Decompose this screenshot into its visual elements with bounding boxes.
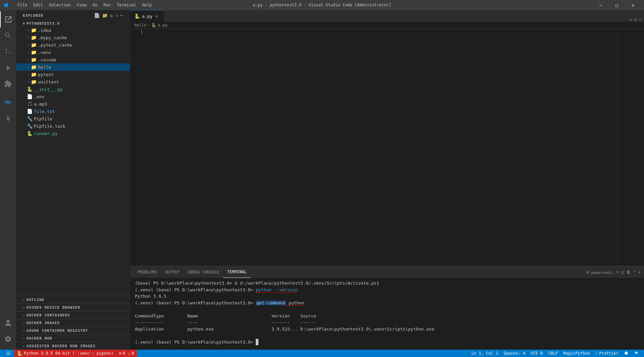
- tree-item--vscode[interactable]: › 📁 .vscode: [16, 56, 130, 63]
- menu-file[interactable]: File: [15, 1, 30, 9]
- folder-arrow-icon: ›: [26, 80, 31, 84]
- editor-content[interactable]: 1: [130, 29, 644, 266]
- refresh-explorer-icon[interactable]: ↻: [110, 13, 113, 18]
- new-folder-icon[interactable]: 📁: [102, 13, 108, 18]
- panel-arrow-icon-suggested-docker: ›: [23, 344, 25, 348]
- menu-terminal[interactable]: Terminal: [114, 1, 139, 9]
- tree-item-unittest[interactable]: › 📁 unittest: [16, 78, 130, 85]
- delete-terminal-icon[interactable]: 🗑: [627, 270, 631, 275]
- menu-selection[interactable]: Selection: [46, 1, 73, 9]
- panel-header-outline[interactable]: › OUTLINE: [16, 296, 130, 303]
- sidebar: Explorer 📄 📁 ↻ ⇧ ⋯ ▼ PYTHONTEST3.9 › 📁 .…: [16, 10, 130, 350]
- panel-header-suggested-docker[interactable]: › SUGGESTED DOCKER HUB IMAGES: [16, 342, 130, 350]
- status-encoding[interactable]: UTF-8: [528, 350, 545, 357]
- panel-label-docker-images: DOCKER IMAGES: [27, 321, 60, 325]
- folder-name: .pytest_cache: [38, 43, 72, 48]
- tab-terminal[interactable]: TERMINAL: [223, 266, 251, 278]
- activity-debug[interactable]: [0, 60, 16, 76]
- status-remote[interactable]: [3, 350, 14, 357]
- tree-item--env[interactable]: 📄 .env: [16, 93, 130, 100]
- terminal-content[interactable]: (base) PS D:\workPlace\pythontest3.9> & …: [130, 278, 644, 350]
- tab-debug-console[interactable]: DEBUG CONSOLE: [184, 266, 223, 278]
- term-prompt-cursor[interactable]: (.venv) (base) PS D:\workPlace\pythontes…: [135, 339, 639, 346]
- more-editor-actions-icon[interactable]: ⋯: [639, 17, 641, 22]
- folder-arrow-icon: ›: [26, 43, 31, 47]
- breadcrumb-file[interactable]: a.py: [158, 23, 167, 27]
- panel-header-azure-container[interactable]: › AZURE CONTAINER REGISTRY: [16, 327, 130, 334]
- file-name: file.txt: [34, 109, 55, 114]
- warning-icon: △: [128, 351, 130, 356]
- term-table-row: Application python.exe 3.9.515... D:\wor…: [135, 326, 639, 333]
- activity-testing[interactable]: [0, 111, 16, 127]
- folder-name: .idea: [38, 28, 51, 33]
- activity-account[interactable]: [0, 315, 16, 331]
- tree-item-Pipfile[interactable]: 🔧 Pipfile: [16, 115, 130, 122]
- tree-item-hello[interactable]: › 📁 hello: [16, 63, 130, 71]
- new-file-icon[interactable]: 📄: [94, 13, 100, 18]
- editor-terminal-area: 🐍 a.py ✕ ▷ ◫ ⋯ hello › 🐍 a.py: [130, 10, 644, 350]
- activity-explorer[interactable]: [0, 11, 16, 27]
- breadcrumb-folder[interactable]: hello: [134, 23, 146, 27]
- sidebar-header: Explorer 📄 📁 ↻ ⇧ ⋯: [16, 10, 130, 21]
- term-get-command: get-command: [256, 300, 286, 305]
- editor-tabs: 🐍 a.py ✕ ▷ ◫ ⋯: [130, 10, 644, 22]
- status-python-version[interactable]: 🐍 Python 3.9.5 64-bit ('.venv': pipenv): [14, 350, 116, 357]
- status-broadcast[interactable]: [631, 350, 641, 357]
- close-terminal-icon[interactable]: ✕: [638, 270, 641, 275]
- close-button[interactable]: ✕: [625, 0, 641, 10]
- panel-label-suggested-docker: SUGGESTED DOCKER HUB IMAGES: [27, 344, 96, 348]
- add-terminal-icon[interactable]: +: [616, 270, 618, 275]
- folder-arrow-icon: ›: [26, 36, 31, 40]
- sidebar-title: Explorer: [23, 13, 43, 18]
- activity-extensions[interactable]: [0, 76, 16, 92]
- tab-problems[interactable]: PROBLEMS: [134, 266, 161, 278]
- activity-source-control[interactable]: [0, 44, 16, 60]
- status-errors[interactable]: ⊗ 0 △ 0: [116, 350, 137, 357]
- status-line-col[interactable]: Ln 1, Col 1: [469, 350, 501, 357]
- panel-header-ev3dev[interactable]: › EV3DEV DEVICE BROWSER: [16, 304, 130, 311]
- status-spaces[interactable]: Spaces: 4: [501, 350, 528, 357]
- tree-item-file-txt[interactable]: 📄 file.txt: [16, 108, 130, 115]
- tab-output[interactable]: OUTPUT: [161, 266, 184, 278]
- activity-docker[interactable]: [0, 95, 16, 111]
- status-notifications[interactable]: [621, 350, 631, 357]
- panel-header-docker-images[interactable]: › DOCKER IMAGES: [16, 319, 130, 326]
- panel-header-docker-hub[interactable]: › DOCKER HUB: [16, 335, 130, 342]
- tree-item--mypy-cache[interactable]: › 📁 .mypy_cache: [16, 34, 130, 41]
- tree-item---init---py[interactable]: 🐍 __init__.py: [16, 85, 130, 93]
- tree-item--pytest-cache[interactable]: › 📁 .pytest_cache: [16, 41, 130, 49]
- status-prettier[interactable]: ✓ Prettier: [593, 350, 621, 357]
- tab-close-button[interactable]: ✕: [155, 13, 158, 19]
- menu-run[interactable]: Run: [101, 1, 113, 9]
- menu-help[interactable]: Help: [140, 1, 155, 9]
- tree-item--venv[interactable]: › 📁 .venv: [16, 49, 130, 56]
- tree-item-pytest[interactable]: › 📁 pytest: [16, 71, 130, 78]
- status-line-ending[interactable]: CRLF: [546, 350, 561, 357]
- file-icon: 🔧: [27, 123, 33, 129]
- activity-settings[interactable]: [0, 331, 16, 347]
- tree-item-Pipfile-lock[interactable]: 🔧 Pipfile.lock: [16, 122, 130, 130]
- minimize-button[interactable]: −: [593, 0, 608, 10]
- restore-button[interactable]: ◻: [609, 0, 625, 10]
- split-editor-icon[interactable]: ◫: [635, 17, 637, 22]
- more-actions-icon[interactable]: ⋯: [120, 13, 123, 18]
- code-area[interactable]: [147, 29, 617, 266]
- menu-view[interactable]: View: [74, 1, 89, 9]
- menu-edit[interactable]: Edit: [31, 1, 46, 9]
- tree-root[interactable]: ▼ PYTHONTEST3.9: [16, 21, 130, 26]
- status-language[interactable]: MagicPython: [560, 350, 592, 357]
- file-icon: 🔧: [27, 116, 33, 121]
- tree-item--idea[interactable]: › 📁 .idea: [16, 26, 130, 34]
- run-button[interactable]: ▷: [630, 17, 632, 22]
- activity-search[interactable]: [0, 27, 16, 44]
- tab-a-py[interactable]: 🐍 a.py ✕: [130, 10, 164, 22]
- tree-item-runner-py[interactable]: 🐍 runner.py: [16, 130, 130, 137]
- panel-label-docker-hub: DOCKER HUB: [27, 336, 52, 341]
- menu-go[interactable]: Go: [90, 1, 100, 9]
- maximize-terminal-icon[interactable]: ⌃: [633, 270, 636, 275]
- collapse-all-icon[interactable]: ⇧: [115, 13, 118, 18]
- tree-item-a-mp3[interactable]: 🎵 a.mp3: [16, 100, 130, 108]
- split-terminal-icon[interactable]: ◫: [621, 270, 624, 275]
- status-right: Ln 1, Col 1 Spaces: 4 UTF-8 CRLF MagicPy…: [469, 350, 641, 357]
- panel-header-docker-containers[interactable]: › DOCKER CONTAINERS: [16, 311, 130, 319]
